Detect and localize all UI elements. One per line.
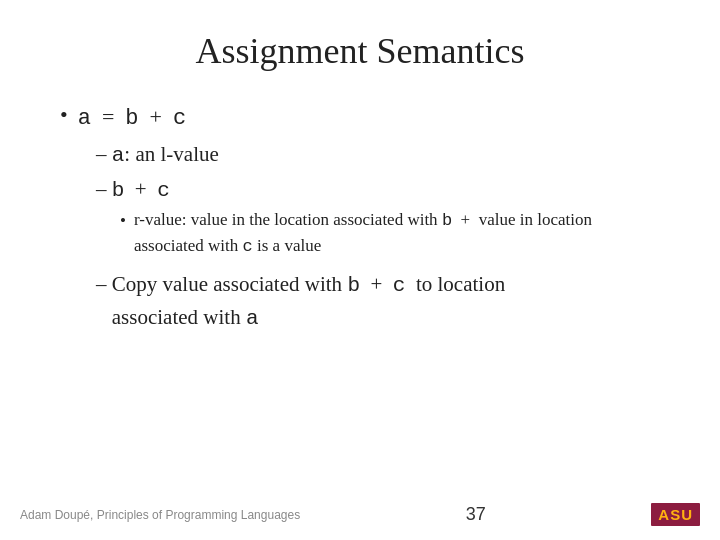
- footer: Adam Doupé, Principles of Programming La…: [0, 503, 720, 526]
- sub-item-copy-text: – Copy value associated with b + c to lo…: [96, 272, 505, 329]
- bullet-dot-1: •: [60, 98, 68, 131]
- slide: Assignment Semantics • a = b + c – a: an…: [0, 0, 720, 540]
- footer-attribution: Adam Doupé, Principles of Programming La…: [20, 508, 300, 522]
- footer-page-number: 37: [466, 504, 486, 525]
- asu-logo-text: ASU: [651, 503, 700, 526]
- sub-item-b-plus-c-text: – b + c: [96, 177, 170, 201]
- asu-logo: ASU: [651, 503, 700, 526]
- sub-sub-dot-rvalue: •: [120, 209, 126, 234]
- sub-item-copy: – Copy value associated with b + c to lo…: [96, 269, 660, 334]
- sub-item-a-text: – a: an l-value: [96, 142, 219, 166]
- sub-item-a: – a: an l-value: [96, 139, 660, 172]
- bullet-text-1: a = b + c: [78, 100, 186, 135]
- slide-title: Assignment Semantics: [60, 30, 660, 72]
- sub-sub-rvalue-text: r-value: value in the location associate…: [134, 208, 660, 259]
- bullet-main-1: • a = b + c: [60, 100, 660, 135]
- slide-content: • a = b + c – a: an l-value – b + c • r-…: [60, 100, 660, 510]
- sub-sub-item-rvalue: • r-value: value in the location associa…: [120, 208, 660, 259]
- sub-item-b-plus-c: – b + c: [96, 174, 660, 207]
